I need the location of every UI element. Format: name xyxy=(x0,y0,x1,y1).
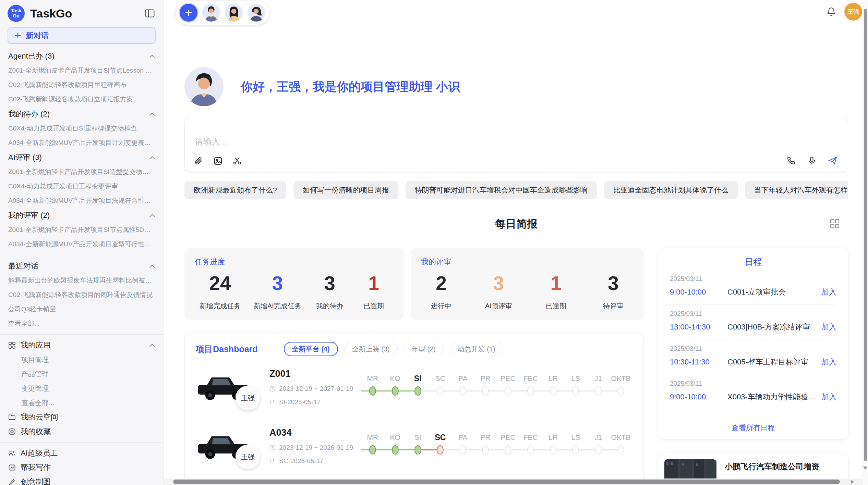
sidebar-task-item[interactable]: Z001-全新燃油皮卡产品开发项目SI节点Lesson Learn报告 xyxy=(8,63,155,78)
sidebar-task-item[interactable]: A034-全新新能源MUV产品开发项目造型可行性评审 xyxy=(8,237,155,251)
sidebar-item-my-apps[interactable]: 我的应用 xyxy=(8,338,155,352)
group-title[interactable]: AI评审 (3) xyxy=(8,150,155,165)
milestone-label: MR xyxy=(367,432,378,443)
image-icon[interactable] xyxy=(214,157,222,165)
project-row-a034[interactable]: 王强 A034 2023-12-19 ~ 2026-01-19 SC-2025-… xyxy=(196,426,632,474)
schedule-entry: 2025/03/11 10:30-11:30 C005-整车工程目标评审 加入 xyxy=(670,339,836,374)
suggestion-chip[interactable]: 特朗普可能对进口汽车增税会对中国车企造成哪些影响 xyxy=(406,181,597,199)
app-sub-item[interactable]: 查看全部... xyxy=(8,396,155,410)
mic-icon[interactable] xyxy=(807,156,816,165)
filter-chip[interactable]: 全新上装 (3) xyxy=(344,342,398,356)
schedule-meeting-title: C003|H0B-方案冻结评审 xyxy=(727,322,817,332)
horizontal-scrollbar-thumb[interactable] xyxy=(173,480,840,484)
recent-chat-item[interactable]: 解释最新出台的欧盟报废车法规再生塑料比例被调至15%... xyxy=(8,273,155,288)
sidebar-item-help-write[interactable]: 帮我写作 xyxy=(8,460,155,475)
app-sub-item[interactable]: 产品管理 xyxy=(8,367,155,381)
stat-value: 3 xyxy=(314,273,345,294)
horizontal-scrollbar[interactable] xyxy=(164,478,863,485)
briefing-layout-icon[interactable] xyxy=(830,219,840,229)
group-title[interactable]: 我的待办 (2) xyxy=(8,107,155,121)
join-link[interactable]: 加入 xyxy=(821,357,836,367)
scroll-down-arrow-icon[interactable] xyxy=(863,467,867,470)
suggestion-chip[interactable]: 比亚迪全固态电池计划具体说了什么 xyxy=(604,181,738,199)
agent-avatar-2[interactable] xyxy=(225,4,243,22)
agent-avatar-3[interactable] xyxy=(248,4,265,22)
dashboard-title: 项目Dashboard xyxy=(196,344,258,355)
sidebar-task-item[interactable]: C02-飞腾新能源轻客改款项目里程碑画布 xyxy=(8,78,155,92)
recent-title[interactable]: 最近对话 xyxy=(8,259,155,273)
sidebar-task-item[interactable]: C02-飞腾新能源轻客改款项目立项汇报方案 xyxy=(8,92,155,107)
milestone-node xyxy=(437,386,444,396)
sidebar-task-item[interactable]: Z001-全新燃油轻卡产品开发项目SI节点属性5D文件评审 xyxy=(8,223,155,237)
collapse-sidebar-icon[interactable] xyxy=(144,8,156,19)
vertical-scrollbar[interactable] xyxy=(863,0,868,485)
milestone: J1 xyxy=(587,373,610,396)
project-row-z001[interactable]: 王强 Z001 2023-12-19 ~ 2027-01-19 SI-2025-… xyxy=(196,367,632,415)
sidebar-task-item[interactable]: C0X4-动力总成开发项目SI里程碑提交物检查 xyxy=(8,121,155,136)
join-link[interactable]: 加入 xyxy=(821,392,836,402)
sidebar-task-item[interactable]: A034-全新新能源MUV产品开发项目计划变更表编写 xyxy=(8,136,155,150)
stat-label: 已逾期 xyxy=(358,301,389,311)
vertical-scrollbar-thumb[interactable] xyxy=(864,9,867,461)
attach-icon[interactable] xyxy=(194,157,203,165)
milestone-label: MR xyxy=(367,373,378,384)
suggestion-chip[interactable]: 欧洲新规最近颁布了什么? xyxy=(184,181,286,199)
view-all-schedule-link[interactable]: 查看所有日程 xyxy=(670,419,836,434)
group-title[interactable]: 我的评审 (2) xyxy=(8,208,155,223)
divider xyxy=(0,442,163,443)
app-sub-item[interactable]: 项目管理 xyxy=(8,352,155,367)
suggestion-chip[interactable]: 当下年轻人对汽车外观有怎样的喜好趋势 xyxy=(745,181,848,199)
write-icon xyxy=(8,464,16,471)
filter-chip[interactable]: 动总开发 (1) xyxy=(450,342,503,356)
timeline-segment xyxy=(466,449,474,450)
milestone-label: KO xyxy=(390,373,400,384)
scroll-right-arrow-icon[interactable] xyxy=(851,480,854,484)
phone-icon[interactable] xyxy=(787,156,796,165)
sidebar-item-cloud-space[interactable]: 我的云空间 xyxy=(8,410,155,424)
user-avatar[interactable]: 王强 xyxy=(844,3,862,21)
pen-icon xyxy=(8,478,16,485)
scissors-icon[interactable] xyxy=(233,157,242,165)
sidebar-task-item[interactable]: C0X4-动力总成开发项目工程变更评审 xyxy=(8,179,155,194)
app-sub-item[interactable]: 变更管理 xyxy=(8,381,155,396)
my-review-card: 我的评审 2 进行中 3 AI预评审 1 已逾期 3 待评审 xyxy=(411,248,644,320)
schedule-date: 2025/03/11 xyxy=(670,310,836,318)
join-link[interactable]: 加入 xyxy=(821,322,836,332)
schedule-entry: 2025/03/11 13:00-14:30 C003|H0B-方案冻结评审 加… xyxy=(670,304,836,339)
new-chat-button[interactable]: 新对话 xyxy=(8,27,156,44)
group-title[interactable]: Agent已办 (3) xyxy=(8,49,155,63)
sidebar-item-ai-employee[interactable]: AI超级员工 xyxy=(8,446,155,460)
join-link[interactable]: 加入 xyxy=(821,287,836,297)
sidebar-task-item[interactable]: Z001-全新燃油轻卡产品开发项目SI造型提交物评审 xyxy=(8,165,155,179)
add-agent-button[interactable] xyxy=(180,4,197,22)
send-icon[interactable] xyxy=(828,156,837,165)
sidebar: Task Go TaskGo 新对话 Agent已办 (3) Z001-全新燃油… xyxy=(0,0,164,485)
agent-avatar-1[interactable] xyxy=(202,4,220,22)
sidebar-task-item[interactable]: A034-全新新能源MUV产品开发项目法规符合性评审 xyxy=(8,194,155,208)
milestone-label: FEC xyxy=(523,432,538,443)
chat-composer[interactable]: 请输入... xyxy=(184,117,848,172)
stat-value: 1 xyxy=(358,273,389,294)
timeline-segment xyxy=(376,390,384,391)
sidebar-item-creative-draw[interactable]: 创意制图 xyxy=(8,475,155,485)
suggestion-chip[interactable]: 如何写一份清晰的项目周报 xyxy=(293,181,398,199)
stat-label: 已逾期 xyxy=(541,301,571,311)
filter-chip[interactable]: 全新平台 (4) xyxy=(284,342,338,356)
milestone-label: LS xyxy=(571,373,580,384)
filter-chip[interactable]: 年型 (2) xyxy=(404,342,444,356)
people-icon xyxy=(8,449,16,457)
star-icon xyxy=(8,428,16,435)
recent-chat-item[interactable]: C02-飞腾新能源轻客改款项目的闭环通告反馈情况 xyxy=(8,288,155,302)
timeline-segment xyxy=(534,449,542,450)
recent-chat-item[interactable]: 公司Q3轻卡销量 xyxy=(8,302,155,316)
notification-bell-icon[interactable] xyxy=(827,7,836,16)
milestone-node xyxy=(505,445,511,455)
recent-view-all[interactable]: 查看全部... xyxy=(8,316,155,331)
milestone-label: SC xyxy=(435,373,445,384)
sidebar-item-favorites[interactable]: 我的收藏 xyxy=(8,424,155,439)
milestone: J1 xyxy=(587,432,610,455)
project-owner-badge: 王强 xyxy=(236,386,260,410)
sidebar-group-my-review: 我的评审 (2) Z001-全新燃油轻卡产品开发项目SI节点属性5D文件评审A0… xyxy=(8,208,155,251)
flag-icon xyxy=(269,458,276,464)
dashboard-header: 项目Dashboard 全新平台 (4)全新上装 (3)年型 (2)动总开发 (… xyxy=(196,342,632,356)
